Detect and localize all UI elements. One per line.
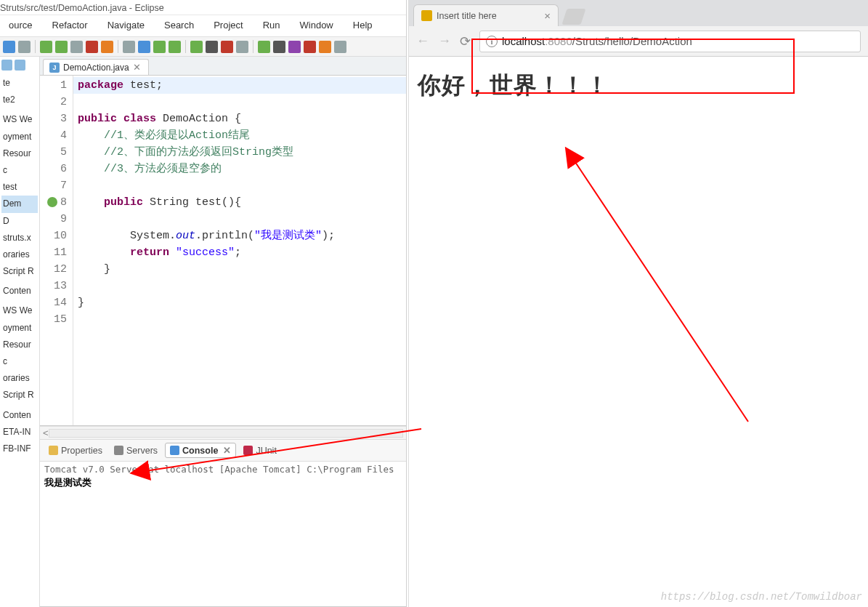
- tab-console[interactable]: Console ✕: [165, 443, 236, 458]
- tab-label: Console: [182, 446, 218, 456]
- tab-label: Properties: [61, 446, 102, 456]
- toolbar-btn[interactable]: [18, 41, 31, 53]
- console-title: Tomcat v7.0 Server at localhost [Apache …: [44, 464, 402, 475]
- explorer-item[interactable]: WS We: [1, 111, 38, 128]
- code-line[interactable]: public String test(){: [78, 194, 402, 211]
- toolbar-btn[interactable]: [101, 41, 113, 53]
- code-line[interactable]: //1、类必须是以Action结尾: [78, 127, 402, 144]
- close-icon[interactable]: ✕: [223, 445, 231, 456]
- code-line[interactable]: }: [78, 261, 402, 278]
- menu-source[interactable]: ource: [0, 18, 41, 32]
- menu-help[interactable]: Help: [344, 18, 381, 32]
- menu-refactor[interactable]: Refactor: [44, 18, 97, 32]
- toolbar-btn[interactable]: [153, 41, 166, 53]
- watermark: https://blog.csdn.net/Tomwildboar: [661, 591, 862, 603]
- code-line[interactable]: //2、下面的方法必须返回String类型: [78, 144, 402, 161]
- code-line[interactable]: return "success";: [78, 244, 402, 261]
- explorer-item[interactable]: WS We: [1, 302, 38, 319]
- toolbar-btn[interactable]: [221, 41, 233, 53]
- menu-project[interactable]: Project: [205, 18, 251, 32]
- bottom-tab-strip: Properties Servers Console ✕ JUnit: [40, 439, 406, 462]
- code-line[interactable]: [78, 278, 402, 294]
- explorer-item[interactable]: test: [1, 179, 38, 196]
- page-body: 你好，世界！！！: [409, 57, 868, 607]
- explorer-item[interactable]: c: [1, 162, 38, 179]
- toolbar-run-icon[interactable]: [40, 41, 52, 53]
- menu-window[interactable]: Window: [291, 18, 342, 32]
- explorer-item[interactable]: FB-INF: [1, 441, 38, 457]
- explorer-item[interactable]: Conten: [1, 407, 38, 424]
- nav-reload-icon[interactable]: ⟳: [460, 33, 471, 49]
- toolbar-btn[interactable]: [123, 41, 135, 53]
- toolbar-btn[interactable]: [258, 41, 270, 53]
- tab-properties[interactable]: Properties: [44, 444, 107, 457]
- code-line[interactable]: [78, 311, 402, 328]
- code-line[interactable]: }: [78, 294, 402, 311]
- toolbar-stop-icon[interactable]: [86, 41, 98, 53]
- explorer-icon[interactable]: [15, 60, 25, 71]
- toolbar-btn[interactable]: [273, 41, 285, 53]
- code-line[interactable]: [78, 94, 402, 110]
- close-tab-icon[interactable]: ×: [544, 9, 551, 22]
- menu-search[interactable]: Search: [155, 18, 203, 32]
- menu-navigate[interactable]: Navigate: [99, 18, 153, 32]
- toolbar-btn[interactable]: [169, 41, 181, 53]
- toolbar-btn[interactable]: [70, 41, 83, 53]
- url-host: localhost: [502, 35, 545, 47]
- code-line[interactable]: [78, 211, 402, 228]
- explorer-item[interactable]: oyment: [1, 320, 38, 337]
- toolbar-btn[interactable]: [334, 41, 346, 53]
- toolbar-btn[interactable]: [236, 41, 248, 53]
- address-bar[interactable]: i localhost:8080/Struts/hello/DemoAction: [479, 31, 861, 52]
- explorer-item[interactable]: Script R: [1, 387, 38, 403]
- console-view[interactable]: Tomcat v7.0 Server at localhost [Apache …: [40, 462, 406, 607]
- tab-junit[interactable]: JUnit: [239, 444, 280, 457]
- explorer-item[interactable]: c: [1, 353, 38, 370]
- explorer-icon[interactable]: [1, 60, 12, 71]
- nav-back-icon[interactable]: ←: [416, 33, 429, 49]
- explorer-item[interactable]: struts.x: [1, 230, 38, 246]
- toolbar-btn[interactable]: [288, 41, 301, 53]
- explorer-item[interactable]: Dem: [1, 196, 38, 212]
- code-content[interactable]: package test;public class DemoAction { /…: [73, 76, 406, 425]
- explorer-item[interactable]: oraries: [1, 370, 38, 387]
- explorer-item[interactable]: te2: [1, 92, 38, 108]
- editor-tab-strip: J DemoAction.java ✕: [40, 57, 406, 76]
- toolbar-btn[interactable]: [319, 41, 331, 53]
- browser-tab-title: Insert title here: [437, 11, 497, 21]
- toolbar-btn[interactable]: [304, 41, 316, 53]
- nav-forward-icon[interactable]: →: [438, 33, 451, 49]
- new-tab-button[interactable]: [561, 9, 585, 25]
- editor-tab-demoaction[interactable]: J DemoAction.java ✕: [43, 59, 149, 75]
- toolbar-btn[interactable]: [3, 41, 15, 53]
- tab-servers[interactable]: Servers: [110, 444, 162, 457]
- explorer-item[interactable]: Resour: [1, 145, 38, 162]
- explorer-item[interactable]: Resour: [1, 337, 38, 353]
- project-explorer[interactable]: tete2WS WeoymentResourctestDem Dstruts.x…: [0, 57, 40, 607]
- toolbar-separator: [118, 40, 118, 53]
- toolbar-separator: [35, 40, 36, 53]
- explorer-item[interactable]: oyment: [1, 129, 38, 145]
- code-editor[interactable]: 123456789101112131415 package test;publi…: [40, 76, 406, 426]
- explorer-item[interactable]: te: [1, 75, 38, 92]
- code-line[interactable]: //3、方法必须是空参的: [78, 161, 402, 177]
- code-line[interactable]: System.out.println("我是测试类");: [78, 228, 402, 244]
- explorer-item[interactable]: ETA-IN: [1, 424, 38, 441]
- browser-toolbar: ← → ⟳ i localhost:8080/Struts/hello/Demo…: [409, 26, 868, 57]
- menu-run[interactable]: Run: [254, 18, 289, 32]
- code-line[interactable]: [78, 177, 402, 194]
- code-line[interactable]: package test;: [73, 77, 406, 94]
- toolbar-btn[interactable]: [206, 41, 218, 53]
- toolbar-btn[interactable]: [55, 41, 68, 53]
- close-tab-icon[interactable]: ✕: [133, 62, 141, 73]
- editor-hscroll[interactable]: <: [40, 426, 406, 439]
- browser-tab[interactable]: Insert title here ×: [413, 4, 559, 26]
- code-line[interactable]: public class DemoAction {: [78, 110, 402, 127]
- toolbar-btn[interactable]: [190, 41, 203, 53]
- site-info-icon[interactable]: i: [486, 36, 498, 47]
- explorer-item[interactable]: D: [1, 213, 38, 230]
- explorer-item[interactable]: Conten: [1, 283, 38, 300]
- toolbar-btn[interactable]: [138, 41, 150, 53]
- explorer-item[interactable]: Script R: [1, 263, 38, 280]
- explorer-item[interactable]: oraries: [1, 246, 38, 263]
